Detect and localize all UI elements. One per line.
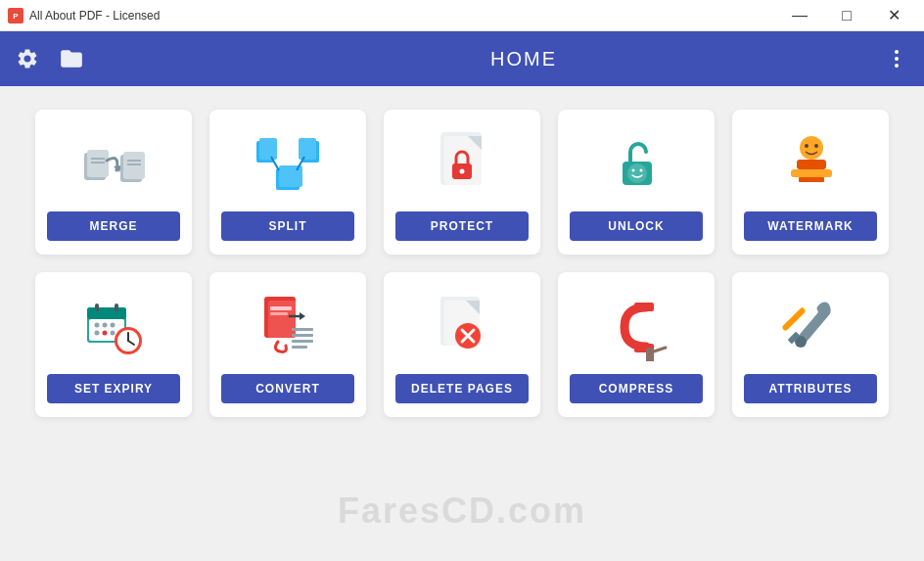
minimize-button[interactable]: — [777, 0, 822, 31]
svg-point-3 [895, 57, 899, 61]
more-menu-icon[interactable] [885, 47, 908, 70]
svg-point-28 [627, 164, 647, 183]
compress-icon-area [605, 292, 669, 362]
unlock-button[interactable]: UNLOCK [570, 211, 703, 241]
close-button[interactable]: ✕ [871, 0, 916, 31]
folder-icon[interactable] [59, 46, 84, 71]
svg-rect-59 [292, 346, 307, 349]
compress-button[interactable]: COMPRESS [570, 374, 703, 403]
svg-rect-69 [646, 348, 654, 361]
svg-rect-17 [299, 138, 316, 160]
svg-point-45 [111, 330, 116, 335]
svg-rect-67 [634, 303, 654, 311]
svg-point-31 [800, 136, 823, 160]
settings-icon[interactable] [16, 47, 39, 70]
svg-point-33 [814, 144, 818, 148]
delete-pages-icon-area [431, 292, 494, 362]
watermark-text: FaresCD.com [338, 491, 586, 532]
svg-point-40 [95, 322, 100, 327]
svg-line-71 [654, 348, 666, 351]
title-bar: P All About PDF - Licensed — □ ✕ [0, 0, 924, 31]
merge-icon-area [79, 129, 148, 200]
svg-rect-55 [270, 312, 288, 315]
svg-rect-57 [292, 334, 313, 337]
svg-rect-9 [123, 152, 145, 179]
svg-point-2 [895, 50, 899, 54]
attributes-button[interactable]: ATTRIBUTES [744, 374, 877, 403]
svg-rect-56 [292, 328, 313, 331]
svg-text:P: P [13, 12, 19, 21]
split-icon-area [254, 129, 322, 200]
protect-button[interactable]: PROTECT [395, 211, 529, 241]
svg-point-42 [111, 322, 116, 327]
app-icon: P [8, 8, 23, 23]
svg-point-43 [95, 330, 100, 335]
svg-point-26 [459, 169, 464, 174]
svg-point-44 [103, 330, 108, 335]
compress-card[interactable]: COMPRESS [558, 272, 715, 417]
watermark-icon-area [779, 129, 843, 200]
svg-rect-15 [259, 138, 277, 160]
svg-point-29 [631, 169, 634, 172]
attributes-card[interactable]: ATTRIBUTES [732, 272, 889, 417]
svg-rect-46 [95, 304, 99, 311]
svg-rect-53 [268, 301, 296, 338]
set-expiry-button[interactable]: SET EXPIRY [47, 374, 180, 403]
protect-icon-area [431, 129, 494, 200]
svg-rect-34 [797, 160, 826, 169]
protect-card[interactable]: PROTECT [384, 110, 540, 255]
merge-button[interactable]: MERGE [47, 211, 180, 241]
svg-rect-38 [87, 307, 126, 319]
svg-rect-58 [292, 340, 313, 343]
window-title: All About PDF - Licensed [29, 9, 777, 23]
toolbar-title: HOME [162, 48, 885, 70]
svg-rect-73 [781, 306, 806, 331]
split-button[interactable]: SPLIT [221, 211, 354, 241]
convert-button[interactable]: CONVERT [221, 374, 354, 403]
watermark-button[interactable]: WATERMARK [744, 211, 877, 241]
unlock-card[interactable]: UNLOCK [558, 110, 715, 255]
svg-point-32 [805, 144, 808, 148]
toolbar-left [16, 46, 84, 71]
unlock-icon-area [605, 129, 669, 200]
split-card[interactable]: SPLIT [209, 110, 366, 255]
convert-card[interactable]: CONVERT [209, 272, 366, 417]
svg-rect-47 [115, 304, 118, 311]
delete-pages-card[interactable]: DELETE PAGES [384, 272, 540, 417]
maximize-button[interactable]: □ [824, 0, 869, 31]
svg-point-41 [103, 322, 108, 327]
svg-rect-35 [791, 169, 832, 177]
svg-rect-19 [279, 165, 302, 187]
delete-pages-button[interactable]: DELETE PAGES [395, 374, 529, 403]
convert-icon-area [256, 292, 320, 362]
tools-row-2: SET EXPIRY [31, 272, 893, 417]
merge-card[interactable]: MERGE [35, 110, 192, 255]
window-controls: — □ ✕ [777, 0, 916, 31]
svg-point-30 [639, 169, 642, 172]
attributes-icon-area [779, 292, 843, 362]
toolbar: HOME [0, 31, 924, 86]
watermark-card[interactable]: WATERMARK [732, 110, 889, 255]
main-content: MERGE SPLIT [0, 86, 924, 561]
svg-rect-6 [87, 150, 109, 177]
tools-row-1: MERGE SPLIT [31, 110, 893, 255]
svg-rect-36 [799, 177, 824, 182]
set-expiry-card[interactable]: SET EXPIRY [35, 272, 192, 417]
set-expiry-icon-area [79, 292, 148, 362]
svg-point-4 [895, 64, 899, 68]
svg-rect-54 [270, 306, 292, 310]
svg-marker-60 [300, 312, 305, 320]
